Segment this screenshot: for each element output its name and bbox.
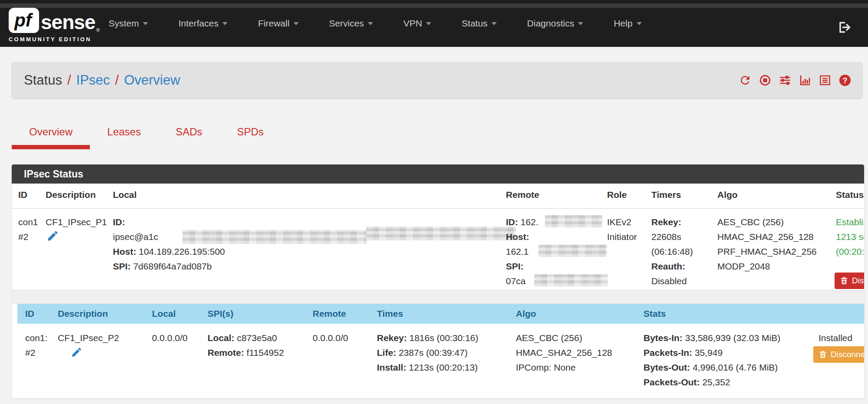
- sign-out-icon[interactable]: [838, 20, 851, 34]
- menu-item-help[interactable]: Help: [614, 18, 641, 29]
- local-host-label: Host:: [113, 246, 136, 256]
- rekey-seconds: 22608s: [651, 230, 693, 244]
- rekey-label: Rekey:: [651, 215, 693, 230]
- col-times: Times: [377, 304, 403, 324]
- menu-item-services[interactable]: Services: [329, 18, 373, 29]
- breadcrumb-separator: /: [67, 72, 71, 88]
- algo-prf: PRF_HMAC_SHA2_256: [717, 244, 817, 259]
- panel-title: IPsec Status: [24, 168, 83, 180]
- rekey-label-text: Rekey:: [651, 217, 681, 227]
- chevron-down-icon: [492, 22, 497, 25]
- edit-pencil-icon[interactable]: [71, 346, 83, 358]
- help-icon[interactable]: ?: [838, 74, 851, 87]
- spi-local-value: c873e5a0: [237, 333, 277, 343]
- chevron-down-icon: [368, 22, 373, 25]
- reauth-value: Disabled: [651, 274, 693, 289]
- bytes-in-line: Bytes-In: 33,586,939 (32.03 MiB): [644, 331, 780, 345]
- rekey-label: Rekey:: [377, 333, 407, 343]
- menu-item-firewall[interactable]: Firewall: [258, 18, 298, 29]
- spi-local-label: Local:: [208, 333, 234, 343]
- life-label: Life:: [377, 348, 396, 358]
- rekey-time: (06:16:48): [651, 244, 693, 259]
- col-status: Status: [836, 190, 864, 200]
- menu-label: Help: [614, 18, 632, 29]
- breadcrumb-section: Status: [24, 72, 62, 88]
- life-line: Life: 2387s (00:39:47): [377, 345, 479, 360]
- edit-pencil-icon[interactable]: [46, 230, 59, 242]
- reauth-label: Reauth:: [651, 259, 693, 274]
- id-cell: con1: #2: [25, 331, 47, 360]
- remote-host-value: 162.1: [506, 244, 538, 259]
- id-cell: con1 #2: [18, 215, 38, 244]
- algo-cell: AES_CBC (256) HMAC_SHA2_256_128 IPComp: …: [516, 331, 612, 375]
- tab-spds[interactable]: SPDs: [220, 122, 281, 149]
- algo-ipcomp: IPComp: None: [516, 360, 612, 375]
- refresh-icon[interactable]: [739, 74, 752, 87]
- algo-auth: HMAC_SHA2_256_128: [516, 345, 612, 360]
- menu-item-status[interactable]: Status: [462, 18, 497, 29]
- algo-enc: AES_CBC (256): [516, 331, 612, 345]
- breadcrumb-link-ipsec[interactable]: IPsec: [76, 72, 110, 88]
- svg-text:?: ?: [842, 76, 847, 85]
- tab-bar: Overview Leases SADs SPDs: [12, 122, 281, 149]
- chevron-down-icon: [222, 22, 228, 25]
- col-local: Local: [113, 190, 137, 200]
- tab-overview[interactable]: Overview: [12, 122, 90, 149]
- chevron-down-icon: [578, 22, 583, 25]
- reauth-label-text: Reauth:: [651, 261, 685, 271]
- local-id-line: ID:: [113, 215, 225, 230]
- status-seconds: 1213 seconds: [836, 230, 864, 244]
- role-version: IKEv2: [607, 215, 637, 230]
- remote-network: 0.0.0.0/0: [313, 331, 348, 345]
- remote-spi-label: SPI:: [506, 261, 524, 271]
- remote-host-label: Host:: [506, 232, 529, 242]
- packets-in-label: Packets-In:: [644, 348, 692, 358]
- remote-cell: ID: 162. Host: 162.1 SPI: 07ca: [506, 215, 538, 289]
- stop-icon[interactable]: [759, 74, 772, 87]
- breadcrumb-link-overview[interactable]: Overview: [124, 72, 180, 88]
- child-sa-header: ID Description Local SPI(s) Remote Times…: [17, 304, 864, 324]
- tab-sads[interactable]: SADs: [158, 122, 219, 149]
- description-text: CF1_IPsec_P2: [58, 331, 119, 345]
- description-cell: CF1_IPsec_P1: [46, 215, 107, 230]
- menu-item-system[interactable]: System: [109, 18, 148, 29]
- redacted-blur: [366, 227, 516, 240]
- install-label: Install:: [377, 362, 406, 372]
- local-host-value: 104.189.226.195:500: [139, 246, 225, 256]
- col-algo: Algo: [717, 190, 738, 200]
- tab-leases[interactable]: Leases: [90, 122, 158, 149]
- chevron-down-icon: [426, 22, 431, 25]
- packets-out-value: 25,352: [702, 377, 730, 387]
- col-timers: Timers: [651, 190, 681, 200]
- spi-remote-label: Remote:: [208, 348, 244, 358]
- status-cell: Established 1213 seconds (00:20:13): [836, 215, 864, 259]
- pfsense-logo[interactable]: pf sense ® COMMUNITY EDITION: [9, 8, 100, 43]
- menu-label: System: [109, 18, 139, 29]
- disconnect-p2-button[interactable]: Disconnect: [813, 346, 864, 363]
- menu-label: Firewall: [258, 18, 289, 29]
- remote-spi-value: 07ca: [506, 274, 538, 289]
- rekey-line: Rekey: 1816s (00:30:16): [377, 331, 479, 345]
- local-spi-label: SPI:: [113, 261, 131, 271]
- sliders-icon[interactable]: [779, 74, 792, 87]
- menu-item-vpn[interactable]: VPN: [403, 18, 431, 29]
- col-role: Role: [607, 190, 627, 200]
- ipsec-status-panel: IPsec Status ID Description Local Remote…: [12, 164, 864, 398]
- menu-item-diagnostics[interactable]: Diagnostics: [527, 18, 584, 29]
- menu-item-interfaces[interactable]: Interfaces: [178, 18, 228, 29]
- log-list-icon[interactable]: [818, 74, 832, 87]
- community-edition-label: COMMUNITY EDITION: [9, 36, 100, 43]
- disconnect-p1-button[interactable]: Disconnect: [835, 273, 864, 289]
- menu-label: Services: [329, 18, 364, 29]
- remote-cell: 0.0.0.0/0: [313, 331, 348, 345]
- install-line: Install: 1213s (00:20:13): [377, 360, 479, 375]
- breadcrumb-separator: /: [115, 72, 119, 88]
- packets-in-line: Packets-In: 35,949: [644, 345, 780, 360]
- role-value: Initiator: [607, 230, 637, 244]
- remote-id-line: ID: 162.: [506, 215, 538, 230]
- packets-in-value: 35,949: [695, 348, 723, 358]
- bar-chart-icon[interactable]: [799, 74, 812, 87]
- spis-cell: Local: c873e5a0 Remote: f1154952: [208, 331, 284, 360]
- remote-host-line: Host:: [506, 230, 538, 244]
- disconnect-label: Disconnect: [831, 350, 864, 359]
